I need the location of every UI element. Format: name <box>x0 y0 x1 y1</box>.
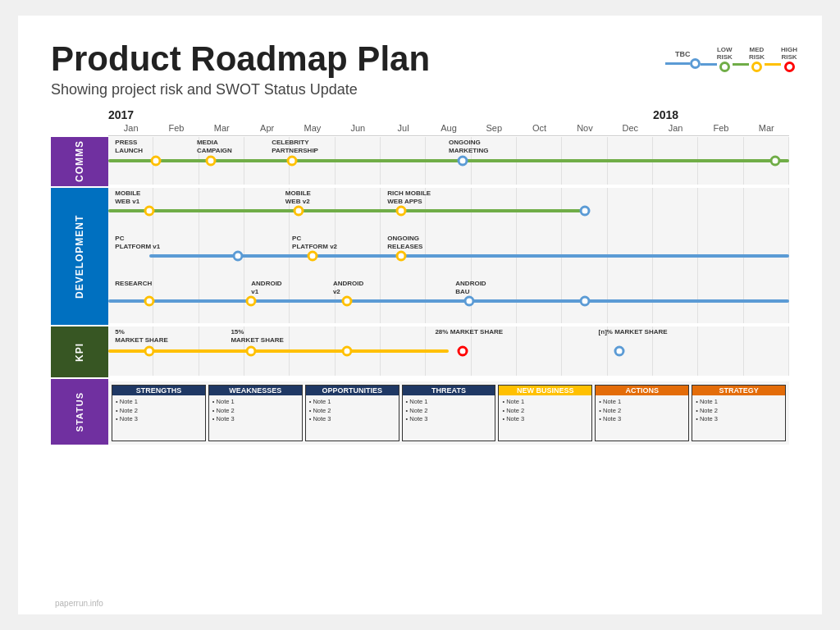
tl-dot-development-0-3 <box>580 205 591 216</box>
tl-dot-development-2-0 <box>144 295 154 306</box>
lane-label-kpi: KPI <box>51 326 108 377</box>
tl-row-development-1: PC PLATFORM v1PC PLATFORM v2ONGOING RELE… <box>108 233 789 278</box>
tl-dot-development-0-1 <box>294 205 304 216</box>
tl-label-2: 28% MARKET SHARE <box>435 328 503 336</box>
tl-label-0: PC PLATFORM v1 <box>115 235 160 250</box>
tl-dot-development-1-1 <box>308 250 318 261</box>
month-Aug-7: Aug <box>426 123 471 133</box>
tl-dot-comms-0-1 <box>205 156 216 167</box>
tl-dot-development-2-1 <box>246 295 257 306</box>
swot-box-1: WEAKNESSESNote 1Note 2Note 3 <box>208 385 303 441</box>
tl-dot-comms-0-3 <box>457 156 468 167</box>
tl-label-0: RESEARCH <box>115 280 152 288</box>
legend-high-risk: HIGHRISK <box>781 47 797 72</box>
swot-item-0-1: Note 2 <box>116 407 202 416</box>
tl-dot-comms-0-4 <box>770 156 781 167</box>
tl-label-2: RICH MOBILE WEB APPS <box>387 189 431 205</box>
month-May-4: May <box>290 123 335 133</box>
status-row: STATUS STRENGTHSNote 1Note 2Note 3WEAKNE… <box>51 379 789 445</box>
tl-label-1: PC PLATFORM v2 <box>292 235 337 250</box>
lane-label-comms: COMMS <box>51 137 108 186</box>
swot-box-4: NEW BUSINESSNote 1Note 2Note 3 <box>498 385 592 441</box>
tl-dot-development-1-0 <box>232 250 243 261</box>
tl-label-3: ANDROID BAU <box>455 280 486 295</box>
swot-title-5: ACTIONS <box>596 386 688 395</box>
swot-item-3-2: Note 3 <box>406 415 492 424</box>
swot-item-5-0: Note 1 <box>599 398 685 407</box>
tl-row-development-0: MOBILE WEB v1MOBILE WEB v2RICH MOBILE WE… <box>108 188 789 233</box>
legend: TBC LOWRISK MEDRISK <box>665 47 797 72</box>
month-Sep-8: Sep <box>472 123 517 133</box>
month-Jan-0: Jan <box>108 123 153 133</box>
swot-item-5-1: Note 2 <box>599 407 685 416</box>
legend-low-risk: LOWRISK <box>717 47 733 72</box>
swot-item-6-0: Note 1 <box>696 398 782 407</box>
swot-item-3-0: Note 1 <box>406 398 492 407</box>
tl-label-0: 5% MARKET SHARE <box>115 328 167 344</box>
tl-dot-development-2-3 <box>463 295 474 306</box>
month-Nov-10: Nov <box>562 123 607 133</box>
swot-item-5-2: Note 3 <box>599 415 685 424</box>
month-Feb-1: Feb <box>153 123 199 133</box>
month-Mar-2: Mar <box>199 123 244 133</box>
tl-line-development-0 <box>108 209 585 212</box>
swot-title-4: NEW BUSINESS <box>499 386 591 395</box>
tl-label-0: MOBILE WEB v1 <box>115 189 140 205</box>
swot-item-2-0: Note 1 <box>309 398 395 407</box>
swot-title-6: STRATEGY <box>692 386 785 395</box>
month-Feb-13: Feb <box>698 123 743 133</box>
tl-dot-development-0-2 <box>395 205 406 216</box>
swot-title-3: THREATS <box>403 386 495 395</box>
tl-row-kpi-0: 5% MARKET SHARE15% MARKET SHARE28% MARKE… <box>108 326 789 376</box>
slide: Product Roadmap Plan Showing project ris… <box>18 16 822 614</box>
tl-row-comms-0: PRESS LAUNCHMEDIA CAMPAIGNCELEBRITY PART… <box>108 137 789 185</box>
legend-med-risk: MEDRISK <box>749 47 765 72</box>
tl-label-2: ANDROID v2 <box>333 280 363 295</box>
tl-line-development-2 <box>108 299 789 303</box>
tl-label-3: ONGOING MARKETING <box>449 139 488 154</box>
year-2018: 2018 <box>653 108 678 121</box>
month-Mar-14: Mar <box>744 123 789 133</box>
swot-item-6-2: Note 3 <box>696 415 782 424</box>
tl-label-0: PRESS LAUNCH <box>115 139 143 154</box>
lane-development: DEVELOPMENTMOBILE WEB v1MOBILE WEB v2RIC… <box>51 188 789 325</box>
months-row: JanFebMarAprMayJunJulAugSepOctNovDecJanF… <box>108 123 789 136</box>
swot-item-4-1: Note 2 <box>502 407 588 416</box>
year-2017: 2017 <box>108 108 134 121</box>
tl-dot-kpi-0-3 <box>457 346 468 357</box>
tl-label-1: MOBILE WEB v2 <box>285 189 311 205</box>
swot-box-6: STRATEGYNote 1Note 2Note 3 <box>692 385 786 441</box>
swot-item-4-2: Note 3 <box>502 415 588 424</box>
swot-item-0-0: Note 1 <box>116 398 202 407</box>
swot-item-3-1: Note 2 <box>406 407 492 416</box>
lane-kpi: KPI5% MARKET SHARE15% MARKET SHARE28% MA… <box>51 326 789 377</box>
tl-label-1: 15% MARKET SHARE <box>231 328 283 344</box>
swot-title-2: OPPORTUNITIES <box>306 386 399 395</box>
swot-item-1-0: Note 1 <box>212 398 299 407</box>
month-Jun-5: Jun <box>336 123 381 133</box>
month-Dec-11: Dec <box>608 123 653 133</box>
tl-dot-kpi-0-2 <box>341 346 352 357</box>
tl-dot-kpi-0-4 <box>614 346 624 357</box>
tl-dot-kpi-0-1 <box>246 346 257 357</box>
swot-box-3: THREATSNote 1Note 2Note 3 <box>402 385 496 441</box>
month-Apr-3: Apr <box>244 123 290 133</box>
month-Jul-6: Jul <box>381 123 426 133</box>
tl-dot-development-2-2 <box>341 295 352 306</box>
swot-title-1: WEAKNESSES <box>209 386 302 395</box>
tl-label-2: ONGOING RELEASES <box>387 235 422 250</box>
tl-label-1: MEDIA CAMPAIGN <box>197 139 232 154</box>
tl-dot-development-1-2 <box>395 250 406 261</box>
lane-label-development: DEVELOPMENT <box>51 188 108 325</box>
tl-label-3: [n]% MARKET SHARE <box>599 328 668 336</box>
tl-label-1: ANDROID v1 <box>251 280 281 295</box>
tl-dot-development-2-4 <box>580 295 591 306</box>
lane-comms: COMMSPRESS LAUNCHMEDIA CAMPAIGNCELEBRITY… <box>51 137 789 186</box>
swot-item-4-0: Note 1 <box>502 398 588 407</box>
swot-box-5: ACTIONSNote 1Note 2Note 3 <box>595 385 689 441</box>
swot-box-0: STRENGTHSNote 1Note 2Note 3 <box>112 385 206 441</box>
swot-item-1-1: Note 2 <box>212 407 299 416</box>
legend-tbc: TBC <box>665 50 701 69</box>
month-Jan-12: Jan <box>653 123 698 133</box>
tl-label-2: CELEBRITY PARTNERSHIP <box>272 139 318 154</box>
